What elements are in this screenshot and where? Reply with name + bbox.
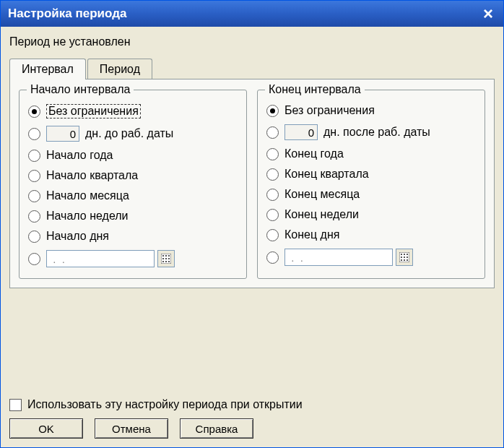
use-on-open-checkbox-row[interactable]: Использовать эту настройку периода при о… xyxy=(9,398,495,411)
bottom-panel: Использовать эту настройку периода при о… xyxy=(1,392,503,447)
radio-icon[interactable] xyxy=(28,253,40,265)
status-label: Период не установлен xyxy=(9,35,495,48)
end-option-date[interactable] xyxy=(265,245,477,270)
radio-label: Начало дня xyxy=(46,230,109,243)
radio-label: Без ограничения xyxy=(46,104,141,119)
groups-row: Начало интервала Без ограничения дн. до … xyxy=(19,90,485,279)
svg-rect-3 xyxy=(168,255,170,257)
dialog-window: Настройка периода × Период не установлен… xyxy=(0,0,504,448)
tab-period[interactable]: Период xyxy=(87,59,152,79)
end-days-input[interactable] xyxy=(284,124,318,140)
radio-icon[interactable] xyxy=(266,105,279,117)
svg-rect-18 xyxy=(404,259,405,261)
end-option-month[interactable]: Конец месяца xyxy=(265,184,477,204)
radio-label: Начало недели xyxy=(46,210,129,223)
svg-rect-4 xyxy=(162,258,164,259)
start-days-input[interactable] xyxy=(46,126,79,142)
ok-button[interactable]: OK xyxy=(9,418,83,439)
tab-panel-interval: Начало интервала Без ограничения дн. до … xyxy=(9,79,495,288)
end-date-wrap xyxy=(284,249,413,266)
radio-icon[interactable] xyxy=(28,170,40,182)
radio-label: Начало месяца xyxy=(46,189,129,202)
radio-label: Конец квартала xyxy=(284,168,369,181)
tabs-container: Интервал Период Начало интервала Без огр… xyxy=(9,59,495,288)
cancel-button[interactable]: Отмена xyxy=(95,418,168,439)
button-row: OK Отмена Справка xyxy=(9,418,495,439)
svg-rect-12 xyxy=(404,254,405,255)
svg-rect-17 xyxy=(401,259,402,261)
radio-icon[interactable] xyxy=(266,209,279,221)
start-date-input[interactable] xyxy=(46,250,155,267)
radio-icon[interactable] xyxy=(28,210,40,223)
start-option-date[interactable] xyxy=(27,246,239,271)
svg-rect-7 xyxy=(162,261,164,262)
radio-label: Начало года xyxy=(46,149,113,162)
end-option-day[interactable]: Конец дня xyxy=(265,225,477,245)
svg-rect-19 xyxy=(407,259,408,261)
tab-interval[interactable]: Интервал xyxy=(9,59,86,79)
start-legend: Начало интервала xyxy=(27,83,134,96)
tab-interval-label: Интервал xyxy=(22,63,74,75)
radio-label: дн. до раб. даты xyxy=(85,127,173,140)
svg-rect-8 xyxy=(165,261,167,262)
radio-label: Начало квартала xyxy=(46,169,138,182)
svg-rect-11 xyxy=(401,254,402,255)
radio-label: Конец дня xyxy=(284,228,339,241)
end-date-input[interactable] xyxy=(284,249,393,266)
end-option-quarter[interactable]: Конец квартала xyxy=(265,164,477,184)
radio-icon[interactable] xyxy=(266,126,279,139)
checkbox-icon[interactable] xyxy=(9,399,22,411)
svg-rect-16 xyxy=(407,257,408,258)
end-option-week[interactable]: Конец недели xyxy=(265,204,477,225)
titlebar: Настройка периода × xyxy=(1,1,503,27)
start-option-month[interactable]: Начало месяца xyxy=(27,186,239,206)
svg-rect-2 xyxy=(165,255,167,257)
start-option-day[interactable]: Начало дня xyxy=(27,226,239,246)
window-title: Настройка периода xyxy=(8,7,126,21)
checkbox-label: Использовать эту настройку периода при о… xyxy=(27,398,303,411)
client-area: Период не установлен Интервал Период Нач… xyxy=(1,27,503,392)
end-legend: Конец интервала xyxy=(265,83,365,96)
radio-icon[interactable] xyxy=(266,251,279,264)
radio-label: Без ограничения xyxy=(284,104,375,117)
radio-label: Конец месяца xyxy=(284,188,360,201)
start-option-quarter[interactable]: Начало квартала xyxy=(27,165,239,186)
end-option-days-after[interactable]: дн. после раб. даты xyxy=(265,121,477,144)
svg-rect-1 xyxy=(162,255,164,257)
svg-rect-5 xyxy=(165,258,167,259)
svg-rect-15 xyxy=(404,257,405,258)
tab-row: Интервал Период xyxy=(9,59,495,79)
end-interval-group: Конец интервала Без ограничения дн. посл… xyxy=(257,90,485,279)
svg-rect-9 xyxy=(168,261,170,262)
radio-icon[interactable] xyxy=(266,148,279,160)
end-option-no-limit[interactable]: Без ограничения xyxy=(265,100,477,121)
radio-icon[interactable] xyxy=(28,105,40,118)
close-icon[interactable]: × xyxy=(479,5,498,22)
svg-rect-13 xyxy=(407,254,408,255)
help-button[interactable]: Справка xyxy=(180,418,253,439)
radio-label: Конец недели xyxy=(284,208,359,221)
start-interval-group: Начало интервала Без ограничения дн. до … xyxy=(19,90,247,279)
radio-label: Конец года xyxy=(284,147,344,160)
radio-icon[interactable] xyxy=(266,189,279,201)
calendar-icon[interactable] xyxy=(157,250,175,267)
radio-label: дн. после раб. даты xyxy=(323,126,430,139)
end-option-year[interactable]: Конец года xyxy=(265,144,477,164)
svg-rect-14 xyxy=(401,257,402,258)
start-option-days-before[interactable]: дн. до раб. даты xyxy=(27,122,239,145)
start-option-no-limit[interactable]: Без ограничения xyxy=(27,100,239,122)
radio-icon[interactable] xyxy=(28,190,40,202)
svg-rect-6 xyxy=(168,258,170,259)
radio-icon[interactable] xyxy=(266,229,279,241)
start-date-wrap xyxy=(46,250,175,267)
start-option-week[interactable]: Начало недели xyxy=(27,206,239,226)
start-option-year[interactable]: Начало года xyxy=(27,145,239,165)
radio-icon[interactable] xyxy=(28,128,40,140)
radio-icon[interactable] xyxy=(28,231,40,243)
radio-icon[interactable] xyxy=(266,168,279,181)
radio-icon[interactable] xyxy=(28,150,40,162)
tab-period-label: Период xyxy=(100,63,140,75)
calendar-icon[interactable] xyxy=(396,249,413,266)
